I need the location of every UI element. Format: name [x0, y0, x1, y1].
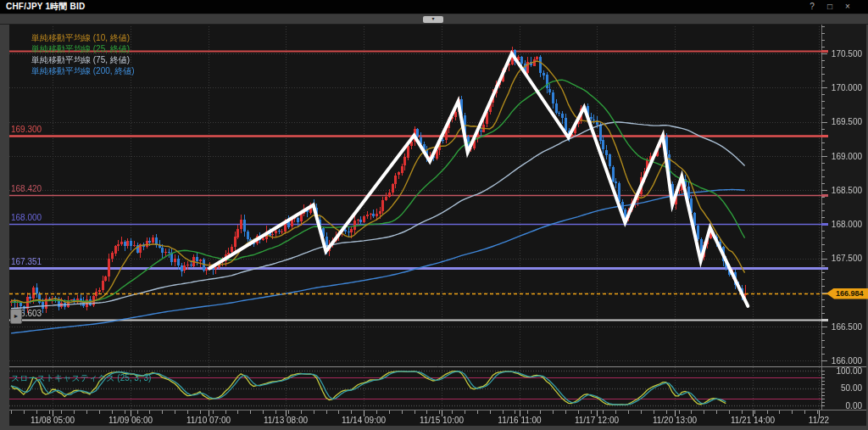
chart-window: CHF/JPY 1時間 BID ? □ × ▾ 単純移動平均線 (10, 終値)… [0, 0, 868, 430]
level-label: 169.300 [11, 125, 42, 134]
close-button[interactable]: × [843, 1, 853, 13]
window-border-bottom [0, 426, 868, 430]
titlebar[interactable]: CHF/JPY 1時間 BID ? □ × [0, 0, 868, 14]
level-label: 168.420 [11, 184, 42, 193]
toolbar-collapse-button[interactable]: ▾ [423, 16, 443, 23]
window-border-left [0, 14, 9, 430]
window-title: CHF/JPY 1時間 BID [0, 1, 85, 13]
level-label: 167.351 [11, 257, 42, 266]
help-button[interactable]: ? [807, 1, 817, 13]
current-price-tag: 166.984 [826, 288, 868, 299]
legend-item-sma75[interactable]: 単純移動平均線 (75, 終値) [31, 54, 135, 65]
toolbar-strip: ▾ [0, 14, 868, 25]
maximize-button[interactable]: □ [825, 1, 835, 13]
legend-item-sma200[interactable]: 単純移動平均線 (200, 終値) [31, 65, 135, 76]
panel-expander-button[interactable]: ► [10, 309, 22, 324]
stochastics-label[interactable]: スローストキャスティクス (25, 3, 3) [11, 372, 151, 384]
legend-item-sma10[interactable]: 単純移動平均線 (10, 終値) [31, 32, 135, 43]
legend-item-sma25[interactable]: 単純移動平均線 (25, 終値) [31, 43, 135, 54]
indicator-legend: 単純移動平均線 (10, 終値) 単純移動平均線 (25, 終値) 単純移動平均… [31, 32, 135, 76]
level-label: 168.000 [11, 213, 42, 222]
